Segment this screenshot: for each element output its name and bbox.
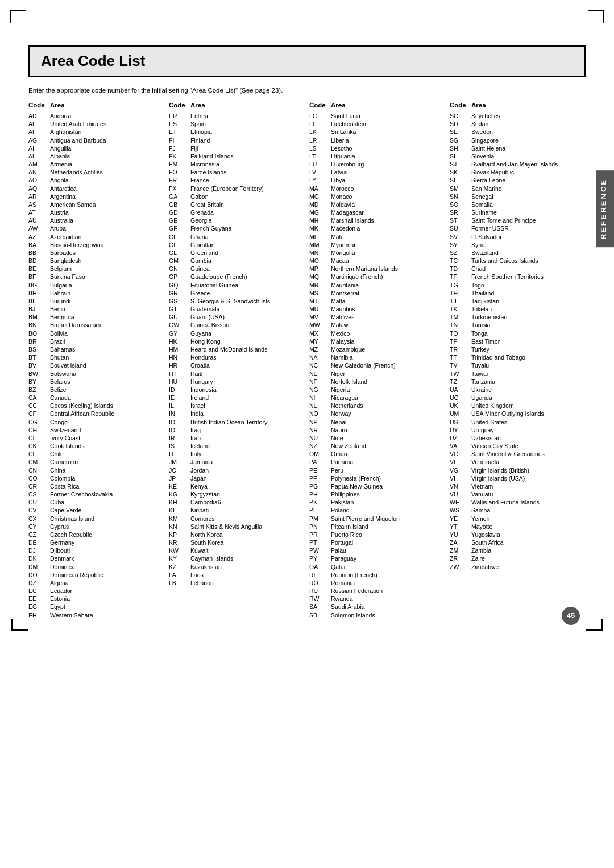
area-name: Guinea Bissau (190, 321, 305, 329)
area-code: AG (28, 136, 50, 144)
area-code: KN (169, 523, 190, 531)
table-row: PLPoland (309, 506, 445, 514)
table-row: USUnited States (450, 418, 586, 426)
area-code: EC (28, 587, 50, 595)
area-code: KH (169, 498, 190, 506)
area-code: BD (28, 257, 50, 265)
area-name: Cayman Islands (190, 554, 305, 562)
area-code: SL (450, 176, 471, 184)
area-name: Ivory Coast (50, 434, 164, 442)
table-row: YEYemen (450, 515, 586, 523)
table-row: CXChristmas Island (28, 515, 164, 523)
table-row: PRPuerto Rico (309, 531, 445, 539)
area-code: BW (28, 370, 50, 378)
area-name: Belarus (50, 378, 164, 386)
area-name: Vanuatu (471, 490, 586, 498)
area-code: AZ (28, 233, 50, 241)
area-name: Aruba (50, 224, 164, 232)
area-code: PG (309, 482, 331, 490)
area-name: Gabon (190, 193, 305, 201)
area-name: Ecuador (50, 587, 164, 595)
area-code: NI (309, 394, 331, 402)
area-code: BT (28, 353, 50, 361)
area-name: Western Sahara (50, 611, 164, 619)
area-code: DK (28, 554, 50, 562)
area-name: Portugal (331, 539, 445, 546)
table-row: DJDjibouti (28, 546, 164, 554)
area-code: SU (450, 224, 471, 232)
area-name: Uruguay (471, 426, 586, 434)
area-code: ZA (450, 539, 471, 546)
table-row: CYCyprus (28, 523, 164, 531)
table-row: AQAntarctica (28, 185, 164, 193)
area-code: AE (28, 120, 50, 128)
area-code: BN (28, 321, 50, 329)
area-code: KG (169, 490, 190, 498)
area-code: UZ (450, 434, 471, 442)
table-row: TKTokelau (450, 305, 586, 313)
area-code: NZ (309, 442, 331, 450)
area-code: BI (28, 297, 50, 305)
table-row: NUNiue (309, 434, 445, 442)
area-name: Greece (190, 289, 305, 297)
area-code: TM (450, 313, 471, 321)
area-code: HU (169, 378, 190, 386)
table-row: ADAndorra (28, 112, 164, 120)
table-row: NPNepal (309, 418, 445, 426)
area-name: British Indian Ocean Territory (190, 418, 305, 426)
area-code: FR (169, 176, 190, 184)
table-row: VEVenezuela (450, 458, 586, 466)
table-row: MTMalta (309, 297, 445, 305)
table-row: COColombia (28, 474, 164, 482)
area-code: CM (28, 458, 50, 466)
area-code: GY (169, 329, 190, 337)
area-code: KR (169, 539, 190, 546)
table-row: MXMexico (309, 329, 445, 337)
area-name: Croatia (190, 361, 305, 369)
area-name: Zambia (471, 546, 586, 554)
area-name: Indonesia (190, 386, 305, 394)
table-row: UZUzbekistan (450, 434, 586, 442)
area-code: SO (450, 201, 471, 208)
table-row: TCTurks and Caicos Islands (450, 257, 586, 265)
area-name: France (European Territory) (190, 185, 305, 193)
table-row: KRSouth Korea (169, 539, 305, 546)
area-code: PH (309, 490, 331, 498)
area-name: Norway (331, 410, 445, 418)
area-code: BE (28, 265, 50, 273)
table-row: NRNauru (309, 426, 445, 434)
table-row: BRBrazil (28, 337, 164, 345)
table-row: BBBarbados (28, 249, 164, 257)
table-row: BTBhutan (28, 353, 164, 361)
area-code: GE (169, 216, 190, 224)
area-code: SD (450, 120, 471, 128)
area-code: LV (309, 168, 331, 176)
area-code: RU (309, 587, 331, 595)
area-name: Liechtenstein (331, 120, 445, 128)
area-name: Palau (331, 546, 445, 554)
col-header-area: Area (471, 102, 586, 108)
table-row: MVMaldives (309, 313, 445, 321)
area-code: MQ (309, 273, 331, 281)
area-name: Estonia (50, 595, 164, 603)
area-name: Sierra Leone (471, 176, 586, 184)
area-name: Bolivia (50, 329, 164, 337)
area-code: SM (450, 185, 471, 193)
table-row: UGUganda (450, 394, 586, 402)
area-name: Finland (190, 136, 305, 144)
table-row: LVLatvia (309, 168, 445, 176)
area-name: Uzbekistan (471, 434, 586, 442)
area-name: Germany (50, 539, 164, 546)
table-row: PEPeru (309, 466, 445, 474)
area-code: GB (169, 201, 190, 208)
area-name: Botswana (50, 370, 164, 378)
area-code: NP (309, 418, 331, 426)
area-name: Reunion (French) (331, 571, 445, 579)
area-code: DE (28, 539, 50, 546)
table-row: MSMontserrat (309, 289, 445, 297)
area-name: Senegal (471, 193, 586, 201)
table-row: RWRwanda (309, 595, 445, 603)
table-row: CSFormer Czechoslovakia (28, 490, 164, 498)
table-row: DZAlgeria (28, 579, 164, 587)
area-code: AD (28, 112, 50, 120)
